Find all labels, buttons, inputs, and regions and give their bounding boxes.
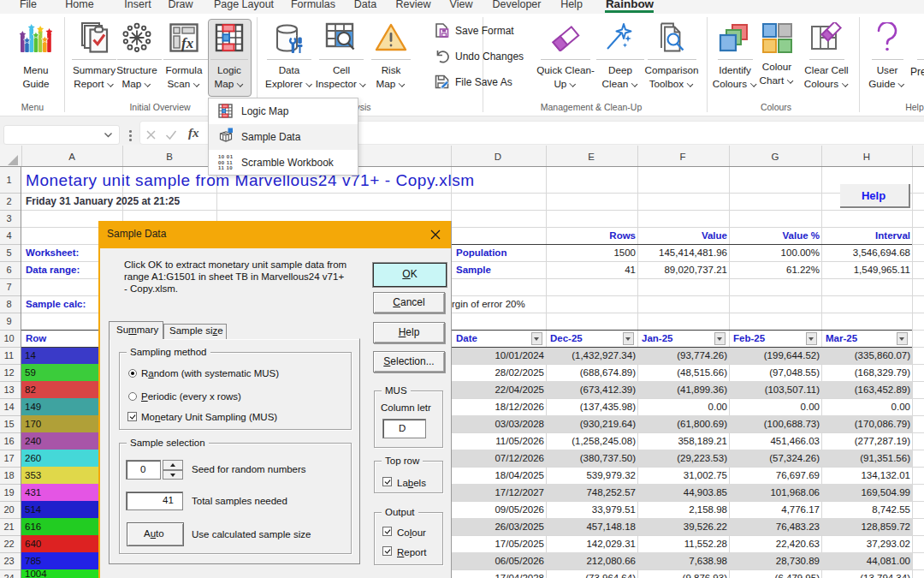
svg-text:fx: fx	[181, 35, 194, 51]
